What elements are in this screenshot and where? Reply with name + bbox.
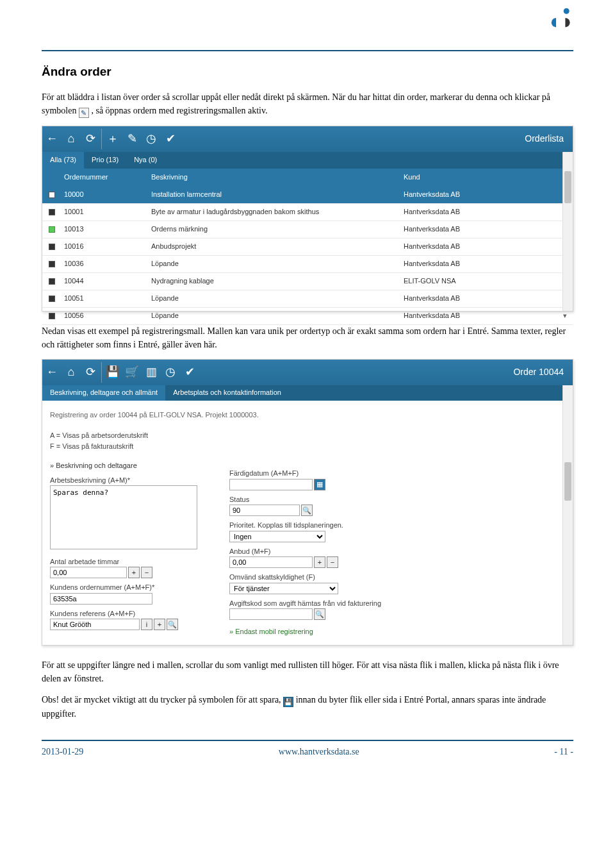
label-kund-referens: Kundens referens (A+M+F) <box>50 608 217 619</box>
status-square <box>49 192 55 198</box>
select-prioritet[interactable]: Ingen <box>229 531 325 542</box>
page-title: Ändra order <box>42 63 573 81</box>
footer-date: 2013-01-29 <box>42 745 83 758</box>
label-omvand: Omvänd skattskyldighet (F) <box>229 572 434 583</box>
table-row[interactable]: 10051LöpandeHantverksdata AB▾ <box>42 290 573 308</box>
cell-kund: Hantverksdata AB <box>404 293 557 304</box>
input-timmar[interactable] <box>50 567 127 578</box>
label-status: Status <box>229 494 434 505</box>
search-button[interactable]: 🔍 <box>301 505 313 516</box>
plus-button[interactable]: + <box>128 567 140 578</box>
calendar-icon[interactable]: ▦ <box>314 479 325 490</box>
refresh-icon[interactable]: ⟳ <box>81 363 100 381</box>
paragraph-4: Obs! det är mycket viktigt att du trycke… <box>42 693 573 721</box>
cell-kund: Hantverksdata AB <box>404 258 557 269</box>
home-icon[interactable]: ⌂ <box>62 363 81 381</box>
scrollbar[interactable] <box>562 385 573 645</box>
check-icon[interactable]: ✔ <box>161 130 180 147</box>
scrollbar[interactable] <box>562 152 573 311</box>
orderlist-title: Orderlista <box>525 132 564 146</box>
orderform-title: Order 10044 <box>513 365 564 379</box>
cell-ordernummer: 10051 <box>62 293 151 304</box>
home-icon[interactable]: ⌂ <box>62 130 81 147</box>
reg-line: Registrering av order 10044 på ELIT-GOLV… <box>50 410 565 421</box>
brand-logo <box>550 6 573 33</box>
minus-button[interactable]: − <box>141 567 152 578</box>
screenshot-orderform: ← ⌂ ⟳ 💾 🛒 ▥ ◷ ✔ Order 10044 Beskrivning,… <box>42 359 573 646</box>
label-anbud: Anbud (M+F) <box>229 546 434 557</box>
edit-toolbar-icon[interactable]: ✎ <box>122 130 142 147</box>
cell-kund: Hantverksdata AB <box>404 224 557 235</box>
input-avgiftskod[interactable] <box>229 608 313 620</box>
save-inline-icon: 💾 <box>283 697 293 707</box>
table-row[interactable]: 10013Orderns märkningHantverksdata AB▾ <box>42 221 573 238</box>
screenshot-orderlist: ← ⌂ ⟳ ＋ ✎ ◷ ✔ Orderlista Alla (73) Prio … <box>42 126 573 312</box>
check-icon[interactable]: ✔ <box>180 363 199 381</box>
cell-ordernummer: 10001 <box>62 206 151 217</box>
plus-button[interactable]: + <box>154 619 165 630</box>
cell-beskrivning: Löpande <box>151 293 404 304</box>
tab-nya[interactable]: Nya (0) <box>126 152 165 169</box>
search-button[interactable]: 🔍 <box>314 608 325 620</box>
cell-beskrivning: Nydragning kablage <box>151 276 404 287</box>
select-omvand[interactable]: För tjänster <box>229 583 338 594</box>
tab-beskrivning[interactable]: Beskrivning, deltagare och allmänt <box>42 385 165 401</box>
footer-url: www.hantverksdata.se <box>279 745 359 758</box>
clock-icon[interactable]: ◷ <box>142 130 161 147</box>
tab-arbetsplats[interactable]: Arbetsplats och kontaktinformation <box>165 385 289 401</box>
cell-kund: Hantverksdata AB <box>404 241 557 252</box>
chevron-down-icon[interactable]: ▾ <box>557 310 573 321</box>
tab-alla[interactable]: Alla (73) <box>42 152 84 169</box>
orderlist-header-row: Ordernummer Beskrivning Kund <box>42 169 573 187</box>
cell-beskrivning: Löpande <box>151 258 404 269</box>
footer-page: - 11 - <box>554 745 573 758</box>
cell-ordernummer: 10016 <box>62 241 151 252</box>
info-button[interactable]: i <box>141 619 152 630</box>
cell-beskrivning: Löpande <box>151 310 404 321</box>
back-icon[interactable]: ← <box>42 363 62 381</box>
search-button[interactable]: 🔍 <box>167 619 178 630</box>
table-row[interactable]: 10036LöpandeHantverksdata AB▾ <box>42 256 573 273</box>
clock-icon[interactable]: ◷ <box>161 363 180 381</box>
cell-kund: Hantverksdata AB <box>404 189 557 200</box>
table-row[interactable]: 10056LöpandeHantverksdata AB▾ <box>42 308 573 325</box>
section-beskrivning: » Beskrivning och deltagare <box>50 460 217 471</box>
add-icon[interactable]: ＋ <box>103 130 122 147</box>
input-anbud[interactable] <box>229 556 313 568</box>
table-row[interactable]: 10044Nydragning kablageELIT-GOLV NSA▾ <box>42 273 573 290</box>
input-kund-ordernr[interactable] <box>50 593 152 605</box>
table-row[interactable]: 10001Byte av armatur i ladugårdsbyggnade… <box>42 204 573 221</box>
input-fardigdatum[interactable] <box>229 479 313 490</box>
save-icon[interactable]: 💾 <box>103 363 122 381</box>
status-square <box>49 313 55 319</box>
footer-rule <box>42 740 573 741</box>
input-status[interactable] <box>229 505 300 516</box>
col-beskrivning: Beskrivning <box>151 172 404 183</box>
input-kund-referens[interactable] <box>50 619 140 630</box>
cell-kund: ELIT-GOLV NSA <box>404 276 557 287</box>
legend-a: A = Visas på arbetsorderutskrift <box>50 430 565 441</box>
table-row[interactable]: 10016AnbudsprojektHantverksdata AB▾ <box>42 238 573 256</box>
status-square <box>49 278 55 285</box>
cell-ordernummer: 10056 <box>62 310 151 321</box>
back-icon[interactable]: ← <box>42 130 62 147</box>
document-icon[interactable]: ▥ <box>142 363 161 381</box>
input-arbetsbeskrivning[interactable]: Sparas denna? <box>50 485 197 549</box>
label-timmar: Antal arbetade timmar <box>50 556 217 567</box>
cell-ordernummer: 10013 <box>62 224 151 235</box>
legend-f: F = Visas på fakturautskrift <box>50 441 565 452</box>
orderlist-toolbar: ← ⌂ ⟳ ＋ ✎ ◷ ✔ Orderlista <box>42 126 573 152</box>
label-avgiftskod: Avgiftskod som avgift hämtas från vid fa… <box>229 598 434 609</box>
intro-paragraph-2: Nedan visas ett exempel på registrerings… <box>42 324 573 351</box>
cart-icon[interactable]: 🛒 <box>122 363 142 381</box>
paragraph-3: För att se uppgifter längre ned i mallen… <box>42 658 573 685</box>
status-square <box>49 244 55 250</box>
tab-prio[interactable]: Prio (13) <box>84 152 126 169</box>
cell-ordernummer: 10000 <box>62 189 151 200</box>
table-row[interactable]: 10000Installation larmcentralHantverksda… <box>42 187 573 204</box>
refresh-icon[interactable]: ⟳ <box>81 130 100 147</box>
cell-kund: Hantverksdata AB <box>404 310 557 321</box>
status-square <box>49 226 55 233</box>
minus-button[interactable]: − <box>327 556 338 568</box>
plus-button[interactable]: + <box>314 556 325 568</box>
